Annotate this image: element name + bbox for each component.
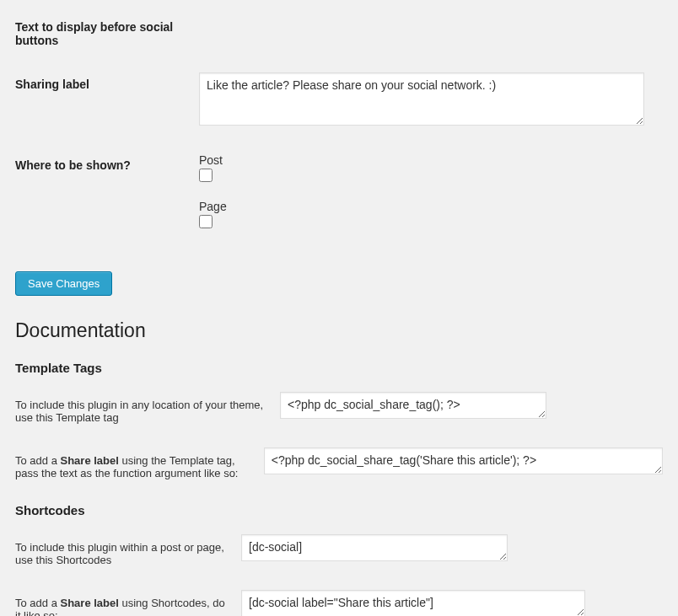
- documentation-title: Documentation: [15, 319, 663, 342]
- where-shown-label: Where to be shown?: [15, 153, 199, 172]
- shortcode-doc-1: To include this plugin within a post or …: [15, 534, 663, 566]
- sharing-textarea[interactable]: [199, 72, 644, 126]
- page-label: Page: [199, 200, 663, 213]
- page-group: Page: [199, 200, 663, 231]
- shortcode-desc-2-bold: Share label: [61, 597, 119, 609]
- template-doc-2: To add a Share label using the Template …: [15, 447, 663, 479]
- template-desc-2-prefix: To add a: [15, 454, 61, 467]
- text-before-label: Text to display before social buttons: [15, 15, 199, 47]
- sharing-control: [199, 72, 663, 128]
- template-code-2[interactable]: [264, 447, 663, 474]
- post-group: Post: [199, 153, 663, 185]
- shortcodes-title: Shortcodes: [15, 503, 663, 517]
- shortcode-doc-2: To add a Share label using Shortcodes, d…: [15, 590, 663, 616]
- page-checkbox[interactable]: [199, 215, 213, 228]
- shortcode-desc-2-prefix: To add a: [15, 597, 61, 609]
- sharing-label-row: Sharing label: [15, 72, 663, 128]
- post-label: Post: [199, 153, 663, 167]
- where-shown-row: Where to be shown? Post Page: [15, 153, 663, 246]
- sharing-label: Sharing label: [15, 72, 199, 91]
- shortcode-desc-1: To include this plugin within a post or …: [15, 534, 241, 566]
- shortcode-code-1[interactable]: [241, 534, 508, 561]
- save-button[interactable]: Save Changes: [15, 271, 112, 296]
- template-desc-1: To include this plugin in any location o…: [15, 392, 280, 424]
- template-doc-1: To include this plugin in any location o…: [15, 392, 663, 424]
- shortcode-code-2[interactable]: [241, 590, 585, 616]
- template-tags-title: Template Tags: [15, 361, 663, 375]
- post-checkbox[interactable]: [199, 169, 213, 182]
- where-shown-control: Post Page: [199, 153, 663, 246]
- template-desc-2-bold: Share label: [61, 454, 119, 467]
- text-before-row: Text to display before social buttons: [15, 15, 663, 47]
- template-code-1[interactable]: [280, 392, 546, 419]
- template-desc-2: To add a Share label using the Template …: [15, 447, 264, 479]
- shortcode-desc-2: To add a Share label using Shortcodes, d…: [15, 590, 241, 616]
